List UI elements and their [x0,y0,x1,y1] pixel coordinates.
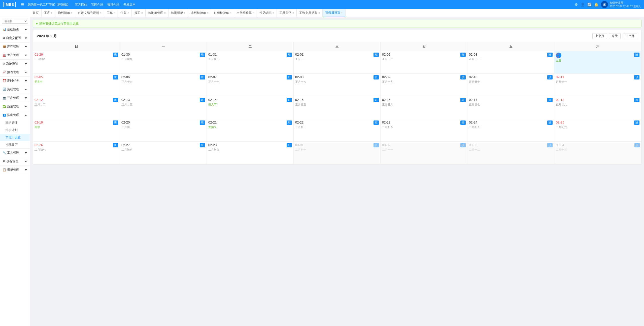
sidebar-group-header-质量管理[interactable]: ✅ 质量管理▼ [0,102,30,111]
cal-day-02-13[interactable]: 02-13班正月廿三 [120,96,207,119]
settings-icon[interactable]: ⚙ [575,3,578,7]
tab-close-检测项管理[interactable]: × [164,12,166,14]
cal-day-02-14[interactable]: 02-14班情人节 [207,96,294,119]
tab-close-出货检验单[interactable]: × [253,12,254,14]
tab-自定义编号规则[interactable]: 自定义编号规则× [75,9,104,17]
cal-btn-02-20[interactable]: 班 [200,120,205,125]
cal-btn-02-11[interactable]: 班 [634,75,639,79]
next-month-button[interactable]: 下个月 [623,33,637,39]
cal-day-02-10[interactable]: 02-10班正月廿十 [467,74,554,96]
cal-btn-02-10[interactable]: 班 [547,75,553,79]
sidebar-group-header-工具管理[interactable]: 🔧 工具管理▼ [0,149,30,157]
sidebar-item-班组管理[interactable]: 班组管理 [0,119,30,127]
cal-day-03-04[interactable]: 03-04班二月十三 [554,142,641,164]
cal-day-02-07[interactable]: 02-07班正月十七 [207,74,294,96]
cal-btn-02-14[interactable]: 班 [287,98,292,102]
tab-出货检验单[interactable]: 出货检验单× [234,9,257,17]
cal-day-02-05[interactable]: 02-05班元宵节 [33,74,120,96]
cal-btn-02-24[interactable]: 班 [547,120,553,125]
tab-检测项管理[interactable]: 检测项管理× [146,9,168,17]
tab-close-工具归还[interactable]: × [292,12,294,14]
sidebar-item-排班计划[interactable]: 排班计划 [0,127,30,134]
tab-工装夹具类型[interactable]: 工装夹具类型× [297,9,323,17]
cal-btn-02-07[interactable]: 班 [287,75,292,79]
tab-工单[interactable]: 工单× [104,9,118,17]
sidebar-item-节假日设置[interactable]: 节假日设置 [0,134,30,141]
tab-工具归还[interactable]: 工具归还× [277,9,297,17]
tab-任务[interactable]: 任务× [118,9,132,17]
cal-btn-02-18[interactable]: 班 [634,98,639,102]
cal-day-02-24[interactable]: 02-24班二月初五 [467,119,554,142]
cal-btn-02-13[interactable]: 班 [200,98,205,102]
cal-day-02-08[interactable]: 02-08班正月十八 [294,74,381,96]
tab-检测模板[interactable]: 检测模板× [168,9,188,17]
refresh-icon[interactable]: 🔄 [587,3,592,7]
cal-btn-02-03[interactable]: 班 [547,53,553,57]
cal-day-02-12[interactable]: 02-12班正月廿二 [33,96,120,119]
tab-close-过程检验单[interactable]: × [230,12,231,14]
cal-day-02-28[interactable]: 02-28班二月初九 [207,142,294,164]
sidebar-group-header-开发管理[interactable]: 💻 开发管理▼ [0,94,30,102]
sidebar-group-header-排班管理[interactable]: 👥 排班管理▲ [0,111,30,119]
tab-报工[interactable]: 报工× [132,9,146,17]
cal-day-02-04[interactable]: 02-04班立春 [554,51,641,74]
sidebar-group-header-自定义配置[interactable]: ⚙ 自定义配置▼ [0,34,30,42]
cal-btn-02-17[interactable]: 班 [547,98,553,102]
cal-day-02-17[interactable]: 02-17班正月廿七 [467,96,554,119]
cal-btn-02-02[interactable]: 班 [460,53,466,57]
cal-btn-02-15[interactable]: 班 [374,98,379,102]
cal-btn-01-30[interactable]: 班 [200,53,205,57]
tab-过程检验单[interactable]: 过程检验单× [211,9,234,17]
cal-btn-03-01[interactable]: 班 [374,143,379,147]
sidebar-group-header-库存管理[interactable]: 📦 库存管理▼ [0,43,30,51]
sidebar-select-wrapper[interactable]: 请选择 [0,17,30,25]
tab-来料检验单[interactable]: 来料检验单× [188,9,211,17]
cal-btn-02-12[interactable]: 班 [113,98,118,102]
sidebar-group-header-基础数据[interactable]: 📊 基础数据▼ [0,25,30,34]
cal-day-01-30[interactable]: 01-30班正月初九 [120,51,207,74]
tab-首页[interactable]: 首页 [30,9,42,17]
sidebar-group-header-系统设置[interactable]: ⚙ 系统设置▼ [0,60,30,68]
tab-close-常见缺陷[interactable]: × [273,12,274,14]
sidebar-group-header-生产管理[interactable]: 🏭 生产管理▼ [0,51,30,59]
cal-day-02-01[interactable]: 02-01班正月十一 [294,51,381,74]
cal-day-02-02[interactable]: 02-02班正月十二 [381,51,467,74]
cal-day-02-11[interactable]: 02-11班正月廿一 [554,74,641,96]
cal-day-02-18[interactable]: 02-18班正月廿八 [554,96,641,119]
menu-icon[interactable]: ☰ [21,2,24,7]
cal-day-02-26[interactable]: 02-26班二月初七 [33,142,120,164]
sidebar-select[interactable]: 请选择 [2,19,28,24]
cal-btn-02-04[interactable]: 班 [634,53,639,57]
cal-day-02-25[interactable]: 02-25班二月初六 [554,119,641,142]
tab-节假日设置[interactable]: 节假日设置× [323,9,346,17]
cal-day-02-15[interactable]: 02-15班正月廿五 [294,96,381,119]
tab-close-来料检验单[interactable]: × [207,12,209,14]
tab-close-工序[interactable]: × [51,12,53,14]
cal-day-03-02[interactable]: 03-02班二月十一 [381,142,467,164]
cal-day-02-21[interactable]: 02-21班龙抬头 [207,119,294,142]
cal-btn-02-25[interactable]: 班 [634,120,639,125]
cal-btn-02-01[interactable]: 班 [374,53,379,57]
sidebar-group-header-报表管理[interactable]: 📈 报表管理▼ [0,68,30,76]
tab-close-自定义编号规则[interactable]: × [100,12,101,14]
cal-day-02-06[interactable]: 02-06班正月十六 [120,74,207,96]
prev-month-button[interactable]: 上个月 [592,33,607,39]
sidebar-group-header-设备管理[interactable]: 🖥 设备管理▼ [0,157,30,166]
bell-icon[interactable]: 🔔 [594,3,598,7]
sidebar-group-header-看板管理[interactable]: 📋 看板管理▼ [0,166,30,174]
cal-day-02-19[interactable]: 02-19班雨水 [33,119,120,142]
sidebar-group-header-流程管理[interactable]: 🔄 流程管理▼ [0,85,30,94]
cal-btn-01-29[interactable]: 班 [113,53,118,57]
tab-close-检测模板[interactable]: × [184,12,186,14]
sidebar-item-排班日历[interactable]: 排班日历 [0,141,30,148]
tab-close-工装夹具类型[interactable]: × [318,12,320,14]
sidebar-group-header-定时任务[interactable]: ⏰ 定时任务▼ [0,77,30,85]
cal-btn-03-03[interactable]: 班 [547,143,553,147]
nav-link-official-site[interactable]: 官方网站 [75,3,87,7]
cal-day-03-03[interactable]: 03-03班二月十二 [467,142,554,164]
cal-day-01-31[interactable]: 01-31班正月初十 [207,51,294,74]
tab-close-工单[interactable]: × [114,12,115,14]
nav-link-intro[interactable]: 官网介绍 [91,3,103,7]
cal-day-02-22[interactable]: 02-22班二月初三 [294,119,381,142]
cal-day-02-03[interactable]: 02-03班正月十三 [467,51,554,74]
